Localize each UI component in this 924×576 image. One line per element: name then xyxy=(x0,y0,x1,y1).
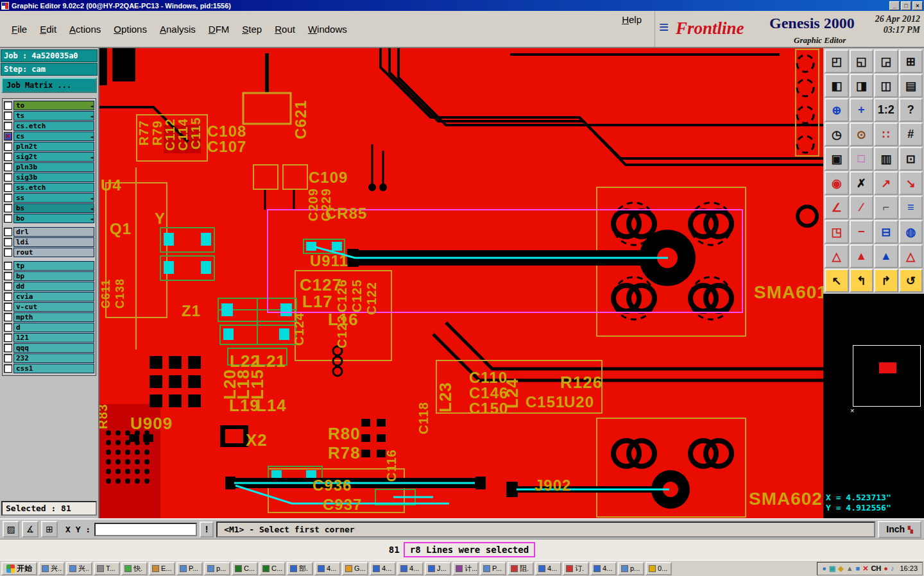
corner-button[interactable]: ⌐ xyxy=(874,196,898,219)
menu-file[interactable]: File xyxy=(5,21,33,38)
layer-row-mpth[interactable]: mpth xyxy=(4,312,94,322)
tile-windows-button[interactable]: ⊞ xyxy=(899,49,923,73)
help-tool-button[interactable]: ? xyxy=(899,98,923,122)
menu-step[interactable]: Step xyxy=(235,21,268,38)
layer-checkbox[interactable] xyxy=(4,303,12,311)
layer-row-sig2t[interactable]: sig2t◄ xyxy=(4,152,94,162)
layer-row-pln3b[interactable]: pln3b xyxy=(4,162,94,172)
taskbar-item-7[interactable]: C... xyxy=(232,562,258,575)
layer-row-cvia[interactable]: cvia xyxy=(4,292,94,301)
overlay-button[interactable]: ◫ xyxy=(874,74,898,97)
layer-row-qqq[interactable]: qqq xyxy=(4,343,94,353)
layer-checkbox[interactable] xyxy=(4,173,12,182)
ruler-button[interactable]: ▥ xyxy=(874,147,898,171)
triangle-solid-button[interactable]: ▲ xyxy=(850,244,874,268)
overview-zoom-frame[interactable] xyxy=(853,345,921,407)
taskbar-item-16[interactable]: P... xyxy=(480,562,506,575)
zoom-fit-button[interactable]: ⊕ xyxy=(825,98,849,122)
taskbar-item-21[interactable]: p... xyxy=(618,562,644,575)
layer-checkbox[interactable] xyxy=(4,323,12,332)
cursor-add-button[interactable]: ↰ xyxy=(850,269,874,292)
menu-help[interactable]: Help xyxy=(615,11,648,47)
taskbar-item-20[interactable]: 4... xyxy=(590,562,617,575)
taskbar-item-13[interactable]: 4... xyxy=(397,562,424,575)
dock-right-button[interactable]: ◨ xyxy=(850,74,874,97)
tray-icon-8[interactable]: ♪ xyxy=(891,564,894,573)
layer-checkbox[interactable] xyxy=(4,344,12,352)
pan-button[interactable]: + xyxy=(850,98,874,122)
layer-checkbox[interactable] xyxy=(4,282,12,291)
pcb-canvas[interactable]: C621C108C107R77R79C112C114C115C109C209C2… xyxy=(99,48,823,518)
cursor-select-button[interactable]: ↖ xyxy=(825,269,849,292)
layer-row-bp[interactable]: bp xyxy=(4,271,94,281)
tray-icon-2[interactable]: ◆ xyxy=(838,564,843,573)
tray-icon-4[interactable]: ■ xyxy=(856,564,860,573)
layer-checkbox[interactable] xyxy=(4,228,12,236)
tray-icon-0[interactable]: ● xyxy=(822,564,826,573)
layer-checkbox[interactable] xyxy=(4,334,12,342)
tray-icon-5[interactable]: ✕ xyxy=(862,564,868,573)
layer-row-121[interactable]: 121 xyxy=(4,333,94,343)
layer-checkbox[interactable] xyxy=(4,262,12,270)
layer-checkbox[interactable] xyxy=(4,354,12,362)
vector-ne-button[interactable]: ↗ xyxy=(874,171,898,195)
hatch-tool-button[interactable]: ▨ xyxy=(3,521,19,538)
alert-button[interactable]: ! xyxy=(200,521,214,538)
minimize-button[interactable]: _ xyxy=(889,1,900,10)
grid-tool-button[interactable]: ⊞ xyxy=(41,521,58,538)
start-button[interactable]: 开始 xyxy=(1,562,37,575)
taskbar-item-18[interactable]: 4... xyxy=(535,562,561,575)
layer-row-drl[interactable]: drl xyxy=(4,227,94,237)
layer-checkbox[interactable] xyxy=(4,248,12,257)
layer-checkbox[interactable] xyxy=(4,112,12,120)
connect-nodes-button[interactable]: ◉ xyxy=(825,171,849,195)
layer-checkbox[interactable] xyxy=(4,122,12,130)
taskbar-item-17[interactable]: 阻. xyxy=(508,562,534,575)
monitor-button[interactable]: ◱ xyxy=(850,49,874,73)
swap-box-button[interactable]: ⊟ xyxy=(874,220,898,244)
probe-pin-button[interactable]: ⊙ xyxy=(850,123,874,146)
layer-row-ss.etch[interactable]: ss.etch xyxy=(4,183,94,192)
sphere-box-button[interactable]: ◍ xyxy=(899,220,923,244)
angle-tool-button[interactable]: ∡ xyxy=(22,521,38,538)
layer-checkbox[interactable] xyxy=(4,163,12,171)
taskbar-item-14[interactable]: J... xyxy=(425,562,451,575)
net-points-button[interactable]: ∷ xyxy=(874,123,898,146)
taskbar-item-1[interactable]: 兴.. xyxy=(66,562,92,575)
layer-checkbox[interactable] xyxy=(4,153,12,161)
slope-button[interactable]: ∕ xyxy=(850,196,874,219)
menu-dfm[interactable]: DFM xyxy=(202,21,236,38)
layer-row-pln2t[interactable]: pln2t xyxy=(4,142,94,151)
tray-icon-3[interactable]: ▲ xyxy=(846,564,853,573)
frame-select-button[interactable]: ▣ xyxy=(825,147,849,171)
maximize-button[interactable]: □ xyxy=(901,1,911,10)
delete-button[interactable]: ✗ xyxy=(850,171,874,195)
layer-checkbox[interactable] xyxy=(4,183,12,192)
angle-measure-button[interactable]: ∠ xyxy=(825,196,849,219)
panel-button[interactable]: ◲ xyxy=(874,49,898,73)
layer-row-tp[interactable]: tp xyxy=(4,261,94,271)
taskbar-item-12[interactable]: 4... xyxy=(370,562,396,575)
layer-row-to[interactable]: to◄ xyxy=(4,101,94,110)
layer-row-d[interactable]: d xyxy=(4,323,94,332)
layer-row-cs[interactable]: ✕cs◄ xyxy=(4,131,94,141)
cursor-zoom-button[interactable]: ↱ xyxy=(874,269,898,292)
grid-points-button[interactable]: # xyxy=(899,123,923,146)
xy-input[interactable] xyxy=(94,523,197,536)
clock-gauge-button[interactable]: ◷ xyxy=(825,123,849,146)
dash-button[interactable]: − xyxy=(850,220,874,244)
menu-options[interactable]: Options xyxy=(107,21,153,38)
layer-row-rout[interactable]: rout xyxy=(4,248,94,257)
layer-checkbox[interactable] xyxy=(4,313,12,321)
units-button[interactable]: Inch ▚ xyxy=(878,521,921,538)
taskbar-item-8[interactable]: C... xyxy=(259,562,286,575)
taskbar-item-4[interactable]: E... xyxy=(149,562,175,575)
taskbar-item-11[interactable]: G... xyxy=(342,562,368,575)
vector-se-button[interactable]: ↘ xyxy=(899,171,923,195)
taskbar-item-5[interactable]: P... xyxy=(176,562,203,575)
menu-analysis[interactable]: Analysis xyxy=(153,21,202,38)
layer-row-ldi[interactable]: ldi xyxy=(4,237,94,247)
taskbar-item-6[interactable]: p... xyxy=(204,562,230,575)
copy-view-button[interactable]: ◰ xyxy=(825,49,849,73)
layer-checkbox[interactable] xyxy=(4,204,12,212)
